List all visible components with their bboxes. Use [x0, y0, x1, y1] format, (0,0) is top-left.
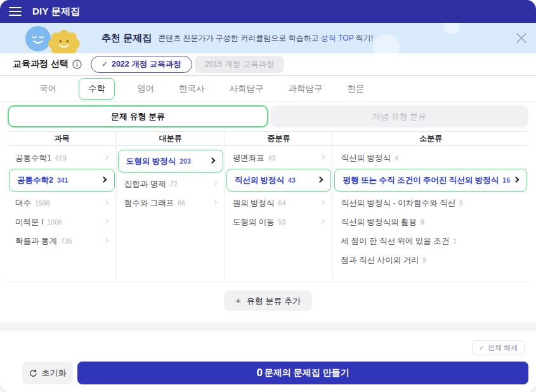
table-row[interactable]: 직선의 방정식43	[226, 169, 332, 192]
add-type-button[interactable]: +유형 분류 추가	[224, 291, 312, 311]
subject-tab[interactable]: 과학탐구	[286, 79, 325, 98]
item-count: 735	[61, 237, 72, 245]
chevron-right-icon	[320, 155, 325, 160]
type-tabs: 문제 유형 분류개념 유형 분류	[8, 105, 528, 127]
check-icon: ✓	[101, 60, 108, 69]
table-row[interactable]: 도형의 이동53	[225, 212, 333, 232]
item-count: 66	[178, 199, 185, 207]
create-workbook-label: 문제의 문제집 만들기	[265, 367, 350, 379]
banner-decoration	[373, 34, 400, 53]
table-row[interactable]: 대수1598	[8, 193, 116, 212]
classification-table: 과목공통수학1619공통수학2341대수1598미적분 I1006확률과 통계7…	[8, 131, 528, 282]
item-label: 집합과 명제	[124, 179, 166, 190]
table-row[interactable]: 직선의 방정식 - 이차함수와 직선5	[333, 193, 528, 212]
subject-tabs: 국어수학영어한국사사회탐구과학탐구한문	[0, 75, 536, 101]
table-column: 중분류평면좌표43직선의 방정식43원의 방정식64도형의 이동53	[225, 132, 334, 282]
item-count: 72	[170, 180, 178, 188]
clear-all-row: ✓전체 해제	[11, 340, 525, 355]
item-label: 도형의 이동	[233, 217, 275, 228]
table-row[interactable]: 원의 방정식64	[225, 193, 333, 212]
table-row[interactable]: 평행 또는 수직 조건이 주어진 직선의 방정식15	[334, 169, 527, 192]
table-row[interactable]: 집합과 명제72	[117, 174, 225, 193]
column-header: 과목	[8, 132, 116, 146]
add-type-label: 유형 분류 추가	[247, 296, 301, 306]
curriculum-label: 교육과정 선택	[13, 58, 69, 70]
table-row[interactable]: 평면좌표43	[225, 148, 333, 167]
chevron-right-icon	[513, 176, 520, 183]
banner-text: 추천 문제집 콘텐츠 전문가가 구성한 커리큘럼으로 학습하고 성적 TOP 찍…	[101, 23, 373, 53]
plus-icon: +	[235, 295, 241, 306]
type-tab[interactable]: 개념 유형 분류	[270, 105, 528, 127]
column-items: 도형의 방정식203집합과 명제72함수와 그래프66	[117, 146, 225, 212]
table-column: 대분류도형의 방정식203집합과 명제72함수와 그래프66	[117, 132, 225, 282]
subject-tab[interactable]: 수학	[79, 78, 115, 100]
reset-button[interactable]: 초기화	[22, 362, 73, 384]
chevron-right-icon	[103, 238, 108, 243]
type-tab[interactable]: 문제 유형 분류	[8, 105, 268, 127]
banner-description: 콘텐츠 전문가가 구성한 커리큘럼으로 학습하고 성적 TOP 찍기!	[158, 33, 373, 44]
subject-tab[interactable]: 한국사	[176, 79, 207, 98]
clear-all-label: 전체 해제	[488, 344, 518, 351]
clear-all-button[interactable]: ✓전체 해제	[472, 340, 525, 355]
page-title: DIY 문제집	[32, 6, 80, 18]
table-row[interactable]: 확률과 통계735	[8, 232, 116, 251]
banner-desc-highlight: 성적 TOP	[321, 34, 354, 42]
mascot-characters	[24, 24, 88, 53]
table-row[interactable]: 미적분 I1006	[8, 212, 116, 232]
item-count: 1	[453, 237, 457, 245]
item-count: 1598	[35, 199, 49, 207]
column-items: 평면좌표43직선의 방정식43원의 방정식64도형의 이동53	[225, 146, 333, 232]
top-bar: DIY 문제집	[0, 0, 536, 23]
promo-banner[interactable]: 추천 문제집 콘텐츠 전문가가 구성한 커리큘럼으로 학습하고 성적 TOP 찍…	[0, 23, 536, 53]
chevron-right-icon	[209, 157, 215, 164]
table-row[interactable]: 공통수학1619	[8, 148, 116, 167]
curriculum-options: ✓2022 개정 교육과정2015 개정 교육과정	[91, 56, 285, 73]
item-count: 9	[422, 256, 426, 264]
item-count: 43	[268, 154, 276, 162]
subject-tab[interactable]: 국어	[37, 79, 59, 98]
curriculum-option[interactable]: 2015 개정 교육과정	[195, 56, 285, 73]
curriculum-option[interactable]: ✓2022 개정 교육과정	[91, 56, 192, 73]
table-row[interactable]: 공통수학2341	[9, 169, 115, 192]
banner-desc-post: 찍기!	[353, 34, 373, 42]
chevron-right-icon	[211, 200, 216, 205]
item-label: 대수	[15, 198, 31, 209]
table-row[interactable]: 세 점이 한 직선 위에 있을 조건1	[333, 232, 528, 251]
item-label: 점과 직선 사이의 거리	[341, 255, 419, 266]
info-icon[interactable]	[72, 60, 82, 69]
item-label: 직선의 방정식	[341, 153, 390, 164]
table-row[interactable]: 점과 직선 사이의 거리9	[333, 251, 528, 270]
section-divider	[0, 322, 536, 331]
item-count: 341	[57, 176, 69, 184]
table-row[interactable]: 도형의 방정식203	[118, 150, 223, 173]
chevron-right-icon	[103, 219, 108, 224]
item-count: 203	[180, 157, 191, 165]
item-label: 미적분 I	[15, 217, 43, 228]
item-label: 확률과 통계	[15, 236, 57, 247]
create-workbook-button[interactable]: 0 문제의 문제집 만들기	[77, 362, 528, 384]
chevron-right-icon	[211, 181, 216, 186]
item-label: 평면좌표	[233, 153, 265, 164]
item-count: 1006	[47, 218, 62, 226]
subject-tab[interactable]: 영어	[134, 79, 157, 98]
table-row[interactable]: 함수와 그래프66	[117, 193, 225, 212]
item-label: 직선의 방정식 - 이차함수와 직선	[341, 198, 455, 209]
chevron-right-icon	[320, 200, 325, 205]
item-label: 도형의 방정식	[126, 156, 176, 167]
subject-tab[interactable]: 한문	[345, 79, 367, 98]
item-count: 15	[502, 176, 510, 184]
item-label: 공통수학2	[17, 175, 53, 186]
hamburger-menu-icon[interactable]	[9, 7, 22, 16]
subject-tab[interactable]: 사회탐구	[227, 79, 266, 98]
item-label: 세 점이 한 직선 위에 있을 조건	[341, 236, 449, 247]
item-label: 함수와 그래프	[124, 198, 174, 209]
item-count: 5	[459, 199, 463, 207]
table-row[interactable]: 직선의 방정식4	[333, 148, 528, 167]
table-column: 소분류직선의 방정식4평행 또는 수직 조건이 주어진 직선의 방정식15직선의…	[333, 132, 528, 282]
table-row[interactable]: 직선의 방정식의 활용9	[333, 212, 528, 232]
item-label: 직선의 방정식의 활용	[341, 217, 416, 228]
chevron-right-icon	[103, 155, 108, 160]
column-header: 대분류	[117, 132, 225, 146]
chevron-right-icon	[103, 200, 108, 205]
close-icon[interactable]	[516, 32, 527, 44]
